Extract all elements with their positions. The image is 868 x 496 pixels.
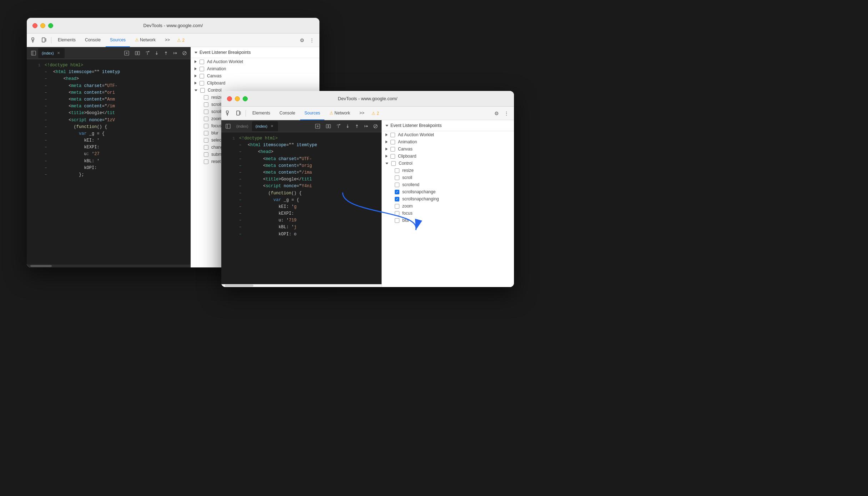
bp-checkbox-zoom[interactable] xyxy=(204,117,208,121)
bp-item-clipboard[interactable]: Clipboard xyxy=(191,80,319,87)
editor-tab-index-front-1[interactable]: (index) ✕ xyxy=(252,121,278,131)
step-into-front[interactable] xyxy=(344,122,352,130)
h-scrollbar-thumb-back[interactable] xyxy=(30,265,52,267)
front-bp-item-control[interactable]: Control xyxy=(382,160,514,167)
tab-close-front[interactable]: ✕ xyxy=(269,124,274,129)
h-scrollbar-thumb-front[interactable] xyxy=(225,285,253,287)
tab-network-front[interactable]: ⚠ Network xyxy=(325,107,354,120)
bp-checkbox-scrollend[interactable] xyxy=(204,109,208,114)
front-bp-checkbox-control[interactable] xyxy=(391,161,396,166)
minimize-button-back[interactable] xyxy=(40,23,45,28)
close-button-front[interactable] xyxy=(227,96,232,101)
bp-checkbox-clipboard[interactable] xyxy=(200,81,204,86)
inspect-icon-front[interactable] xyxy=(224,109,233,118)
deactivate-front[interactable] xyxy=(372,122,379,130)
sidebar-toggle-back[interactable] xyxy=(29,48,38,58)
front-code-line-3: – <head> xyxy=(221,149,382,155)
continue-front[interactable] xyxy=(362,122,370,130)
breakpoints-header-front[interactable]: Event Listener Breakpoints xyxy=(382,120,514,131)
front-bp-checkbox-scroll[interactable] xyxy=(395,175,399,180)
code-line-9: – <script nonce="1zV xyxy=(27,117,191,124)
settings-icon-back[interactable]: ⚙ xyxy=(297,36,307,45)
settings-icon-front[interactable]: ⚙ xyxy=(492,109,501,118)
tab-sources-back[interactable]: Sources xyxy=(106,34,130,47)
bp-checkbox-animation[interactable] xyxy=(200,67,204,71)
front-bp-item-blur[interactable]: blur xyxy=(382,217,514,224)
minimize-button-front[interactable] xyxy=(235,96,240,101)
breakpoints-header-back[interactable]: Event Listener Breakpoints xyxy=(191,47,319,58)
front-bp-checkbox-zoom[interactable] xyxy=(395,204,399,209)
front-bp-checkbox-scrollend[interactable] xyxy=(395,183,399,187)
bp-checkbox-blur[interactable] xyxy=(204,131,208,135)
deactivate-back[interactable] xyxy=(181,49,188,57)
tab-elements-front[interactable]: Elements xyxy=(248,107,274,120)
tab-console-back[interactable]: Console xyxy=(81,34,105,47)
close-button-back[interactable] xyxy=(32,23,37,28)
bp-checkbox-ad-auction[interactable] xyxy=(200,60,204,64)
front-bp-checkbox-focus[interactable] xyxy=(395,211,399,216)
step-over-front[interactable] xyxy=(334,122,342,130)
front-bp-item-scrollsnapchange[interactable]: scrollsnapchange xyxy=(382,188,514,195)
sidebar-toggle-front[interactable] xyxy=(223,122,233,131)
bp-item-canvas[interactable]: Canvas xyxy=(191,72,319,80)
bp-checkbox-select[interactable] xyxy=(204,138,208,143)
front-bp-item-scrollsnapchanging[interactable]: scrollsnapchanging xyxy=(382,195,514,203)
h-scrollbar-front[interactable] xyxy=(221,284,382,287)
h-scrollbar-back[interactable] xyxy=(27,265,191,267)
bp-checkbox-control[interactable] xyxy=(200,88,205,93)
editor-tab-index-front-0[interactable]: (index) xyxy=(233,121,252,131)
tab-more-back[interactable]: >> xyxy=(161,34,174,47)
more-icon-front[interactable]: ⋮ xyxy=(502,109,511,118)
tab-network-back[interactable]: ⚠ Network xyxy=(131,34,160,47)
front-bp-item-animation[interactable]: Animation xyxy=(382,138,514,145)
inspect-icon[interactable] xyxy=(30,36,39,45)
new-tab-icon-back[interactable] xyxy=(122,48,131,58)
front-bp-item-scroll[interactable]: scroll xyxy=(382,174,514,181)
front-bp-checkbox-animation[interactable] xyxy=(390,140,395,144)
front-bp-checkbox-canvas[interactable] xyxy=(390,147,395,152)
device-icon[interactable] xyxy=(40,36,49,45)
bp-checkbox-submit[interactable] xyxy=(204,152,208,157)
panel-icon-front[interactable] xyxy=(324,122,333,131)
tab-elements-back[interactable]: Elements xyxy=(54,34,80,47)
panel-icon-back[interactable] xyxy=(133,48,142,58)
svg-rect-7 xyxy=(31,51,36,55)
tab-close-back[interactable]: ✕ xyxy=(56,51,61,56)
front-bp-item-clipboard[interactable]: Clipboard xyxy=(382,153,514,160)
traffic-lights-front xyxy=(227,96,248,101)
step-over-back[interactable] xyxy=(143,49,151,57)
bp-checkbox-canvas[interactable] xyxy=(200,74,204,78)
step-into-back[interactable] xyxy=(153,49,161,57)
front-bp-checkbox-clipboard[interactable] xyxy=(390,154,395,159)
editor-tab-index-back[interactable]: (index) ✕ xyxy=(38,48,65,58)
bp-checkbox-reset[interactable] xyxy=(204,159,208,164)
front-bp-item-zoom[interactable]: zoom xyxy=(382,203,514,210)
front-bp-item-ad-auction[interactable]: Ad Auction Worklet xyxy=(382,131,514,138)
front-bp-checkbox-ad-auction[interactable] xyxy=(390,133,395,137)
bp-checkbox-focus[interactable] xyxy=(204,124,208,128)
front-bp-item-canvas[interactable]: Canvas xyxy=(382,145,514,153)
step-out-front[interactable] xyxy=(353,122,361,130)
front-bp-item-scrollend[interactable]: scrollend xyxy=(382,181,514,188)
more-icon-back[interactable]: ⋮ xyxy=(307,36,317,45)
front-bp-item-resize[interactable]: resize xyxy=(382,167,514,174)
new-tab-icon-front[interactable] xyxy=(313,122,322,131)
front-bp-checkbox-scrollsnapchange[interactable] xyxy=(395,190,399,194)
bp-checkbox-change[interactable] xyxy=(204,145,208,150)
continue-back[interactable] xyxy=(171,49,179,57)
step-out-back[interactable] xyxy=(162,49,170,57)
front-bp-checkbox-blur[interactable] xyxy=(395,218,399,223)
bp-item-animation[interactable]: Animation xyxy=(191,65,319,72)
front-bp-checkbox-scrollsnapchanging[interactable] xyxy=(395,197,399,201)
bp-checkbox-resize[interactable] xyxy=(204,95,208,100)
front-bp-checkbox-resize[interactable] xyxy=(395,168,399,173)
device-icon-front[interactable] xyxy=(234,109,243,118)
tab-more-front[interactable]: >> xyxy=(355,107,369,120)
front-bp-item-focus[interactable]: focus xyxy=(382,210,514,217)
bp-item-ad-auction[interactable]: Ad Auction Worklet xyxy=(191,58,319,65)
tab-console-front[interactable]: Console xyxy=(275,107,299,120)
bp-checkbox-scroll[interactable] xyxy=(204,102,208,107)
tab-sources-front[interactable]: Sources xyxy=(300,107,324,120)
fullscreen-button-front[interactable] xyxy=(243,96,248,101)
fullscreen-button-back[interactable] xyxy=(48,23,53,28)
